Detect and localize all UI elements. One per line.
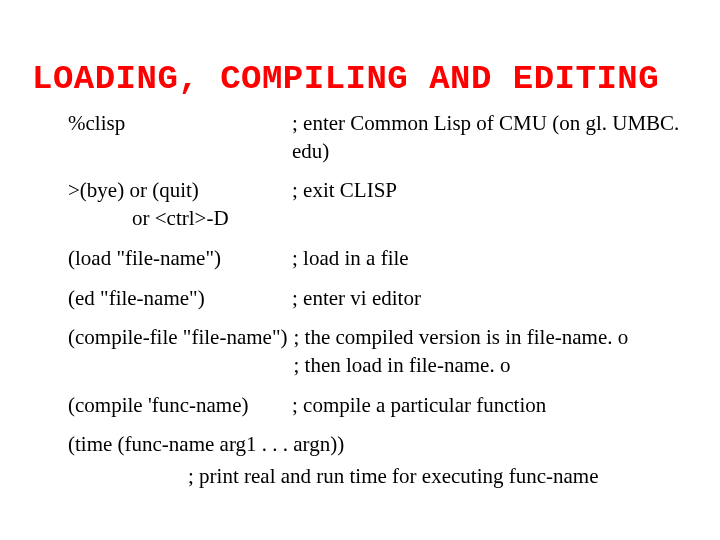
cmd-clisp: %clisp <box>68 110 292 138</box>
row-time-cmd: (time (func-name arg1 . . . argn)) <box>68 431 692 459</box>
comment-compile-file-l2: ; then load in file-name. o <box>293 352 692 380</box>
row-compile: (compile 'func-name) ; compile a particu… <box>68 392 692 420</box>
row-time-comment: ; print real and run time for executing … <box>188 463 692 491</box>
slide-body: %clisp ; enter Common Lisp of CMU (on gl… <box>32 110 692 491</box>
comment-compile: ; compile a particular function <box>292 392 692 420</box>
slide: LOADING, COMPILING AND EDITING %clisp ; … <box>0 0 720 540</box>
comment-clisp: ; enter Common Lisp of CMU (on gl. UMBC.… <box>292 110 692 165</box>
row-compile-file: (compile-file "file-name") ; the compile… <box>68 324 692 379</box>
cmd-ed: (ed "file-name") <box>68 285 292 313</box>
cmd-compile-file: (compile-file "file-name") <box>68 324 287 352</box>
row-exit: >(bye) or (quit) or <ctrl>-D ; exit CLIS… <box>68 177 692 232</box>
row-ed: (ed "file-name") ; enter vi editor <box>68 285 692 313</box>
comment-compile-file-l1: ; the compiled version is in file-name. … <box>293 324 692 352</box>
cmd-exit-line2: or <ctrl>-D <box>68 205 292 233</box>
cmd-time: (time (func-name arg1 . . . argn)) <box>68 432 344 456</box>
row-clisp: %clisp ; enter Common Lisp of CMU (on gl… <box>68 110 692 165</box>
row-load: (load "file-name") ; load in a file <box>68 245 692 273</box>
slide-title: LOADING, COMPILING AND EDITING <box>32 60 692 98</box>
cmd-load: (load "file-name") <box>68 245 292 273</box>
comment-ed: ; enter vi editor <box>292 285 692 313</box>
cmd-compile: (compile 'func-name) <box>68 392 292 420</box>
comment-load: ; load in a file <box>292 245 692 273</box>
cmd-exit-line1: >(bye) or (quit) <box>68 177 292 205</box>
comment-exit: ; exit CLISP <box>292 177 692 205</box>
